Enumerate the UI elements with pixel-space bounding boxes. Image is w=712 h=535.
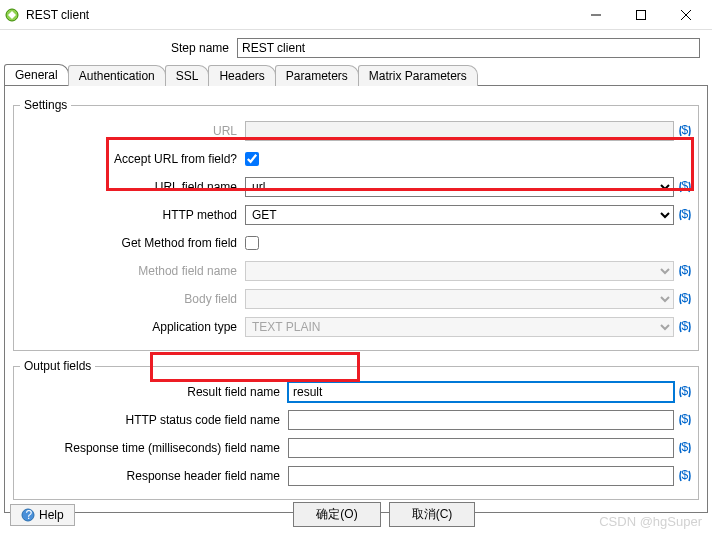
http-method-select[interactable]: GET [245, 205, 674, 225]
ok-button[interactable]: 确定(O) [293, 502, 380, 527]
accept-url-label: Accept URL from field? [20, 152, 245, 166]
body-field-select [245, 289, 674, 309]
tab-ssl[interactable]: SSL [165, 65, 210, 86]
result-field-label: Result field name [20, 385, 288, 399]
result-field-input[interactable] [288, 382, 674, 402]
minimize-button[interactable] [573, 1, 618, 29]
svg-text:$: $ [682, 292, 689, 305]
help-button[interactable]: ? Help [10, 504, 75, 526]
close-button[interactable] [663, 1, 708, 29]
svg-text:$: $ [682, 441, 689, 454]
status-field-input[interactable] [288, 410, 674, 430]
help-icon: ? [21, 508, 35, 522]
svg-text:$: $ [682, 264, 689, 277]
output-group: Output fields Result field name $ HTTP s… [13, 359, 699, 500]
resp-header-input[interactable] [288, 466, 674, 486]
variable-icon[interactable]: $ [678, 385, 692, 399]
output-legend: Output fields [20, 359, 95, 373]
svg-text:$: $ [682, 208, 689, 221]
svg-text:$: $ [682, 180, 689, 193]
variable-icon[interactable]: $ [678, 320, 692, 334]
svg-text:$: $ [682, 469, 689, 482]
title-bar: REST client [0, 0, 712, 30]
app-type-label: Application type [20, 320, 245, 334]
variable-icon[interactable]: $ [678, 124, 692, 138]
tab-matrix-parameters[interactable]: Matrix Parameters [358, 65, 478, 86]
method-from-field-checkbox[interactable] [245, 236, 259, 250]
variable-icon[interactable]: $ [678, 264, 692, 278]
variable-icon[interactable]: $ [678, 413, 692, 427]
step-name-label: Step name [12, 41, 237, 55]
tab-panel: Settings URL $ Accept URL from field? UR… [4, 85, 708, 513]
resp-header-label: Response header field name [20, 469, 288, 483]
tabs: General Authentication SSL Headers Param… [0, 64, 712, 85]
svg-text:$: $ [682, 385, 689, 398]
watermark: CSDN @hgSuper [599, 514, 702, 529]
url-field-select[interactable]: url [245, 177, 674, 197]
app-type-select: TEXT PLAIN [245, 317, 674, 337]
window-title: REST client [26, 8, 573, 22]
status-field-label: HTTP status code field name [20, 413, 288, 427]
accept-url-checkbox[interactable] [245, 152, 259, 166]
body-field-label: Body field [20, 292, 245, 306]
tab-parameters[interactable]: Parameters [275, 65, 359, 86]
variable-icon[interactable]: $ [678, 469, 692, 483]
variable-icon[interactable]: $ [678, 208, 692, 222]
svg-text:$: $ [682, 320, 689, 333]
http-method-label: HTTP method [20, 208, 245, 222]
tab-general[interactable]: General [4, 64, 69, 85]
settings-legend: Settings [20, 98, 71, 112]
svg-text:$: $ [682, 413, 689, 426]
url-label: URL [20, 124, 245, 138]
step-name-input[interactable] [237, 38, 700, 58]
variable-icon[interactable]: $ [678, 441, 692, 455]
app-icon [4, 7, 20, 23]
settings-group: Settings URL $ Accept URL from field? UR… [13, 98, 699, 351]
svg-text:$: $ [682, 124, 689, 137]
method-field-select [245, 261, 674, 281]
tab-authentication[interactable]: Authentication [68, 65, 166, 86]
cancel-button[interactable]: 取消(C) [389, 502, 476, 527]
variable-icon[interactable]: $ [678, 292, 692, 306]
method-from-field-label: Get Method from field [20, 236, 245, 250]
svg-rect-2 [636, 10, 645, 19]
method-field-label: Method field name [20, 264, 245, 278]
resp-time-input[interactable] [288, 438, 674, 458]
url-input [245, 121, 674, 141]
tab-headers[interactable]: Headers [208, 65, 275, 86]
svg-text:?: ? [26, 508, 33, 522]
resp-time-label: Response time (milliseconds) field name [20, 441, 288, 455]
variable-icon[interactable]: $ [678, 180, 692, 194]
url-field-label: URL field name [20, 180, 245, 194]
maximize-button[interactable] [618, 1, 663, 29]
